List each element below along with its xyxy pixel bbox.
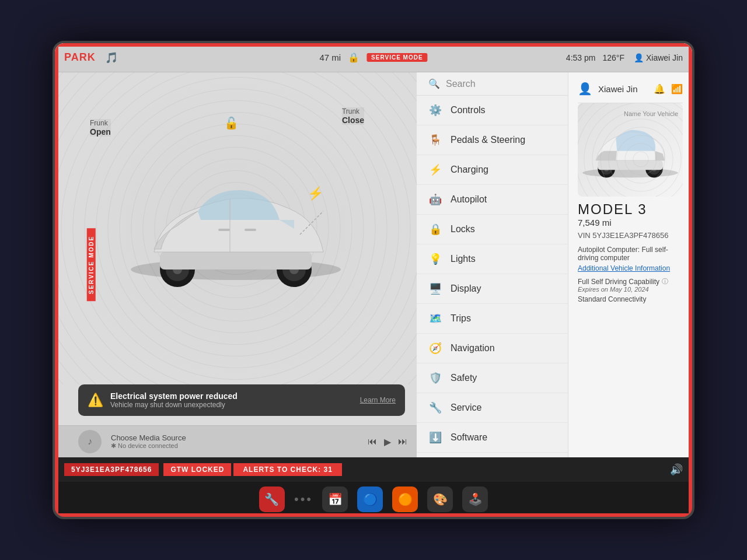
bell-icon[interactable]: 🔔: [654, 83, 665, 94]
vehicle-autopilot: Autopilot Computer: Full self-driving co…: [578, 246, 683, 262]
trunk-title: Trunk: [342, 107, 364, 116]
top-bar-center: 47 mi 🔒 SERVICE MODE: [319, 52, 427, 63]
media-info: Choose Media Source ✱ No device connecte…: [111, 433, 358, 450]
vehicle-connectivity: Standard Connectivity: [578, 295, 683, 303]
search-bar[interactable]: 🔍 Search: [417, 72, 568, 96]
controls-label: Controls: [451, 105, 486, 116]
bluetooth-icon: 🔵: [363, 492, 378, 506]
menu-column: 🔍 Search ⚙️ Controls 🪑 Pedals & Steering…: [417, 72, 568, 457]
media-play-button[interactable]: ▶: [384, 436, 391, 447]
lights-label: Lights: [451, 254, 476, 264]
svg-rect-11: [245, 229, 256, 231]
joystick-button[interactable]: 🕹️: [462, 487, 488, 512]
vehicle-details: MODEL 3 7,549 mi VIN 5YJ3E1EA3PF478656 A…: [578, 197, 683, 308]
trips-label: Trips: [451, 313, 471, 324]
tools-button[interactable]: 🔧: [259, 487, 285, 512]
right-side: 🔍 Search ⚙️ Controls 🪑 Pedals & Steering…: [417, 72, 692, 457]
vehicle-fsd: Full Self Driving Capability ⓘ: [578, 277, 683, 286]
car-lock-icon: 🔓: [224, 116, 239, 130]
joystick-icon: 🕹️: [468, 492, 483, 506]
user-icon-top: 👤: [634, 53, 644, 62]
alert-banner: ⚠️ Electrical system power reduced Vehic…: [78, 384, 405, 416]
software-icon: ⬇️: [428, 431, 442, 444]
display-label: Display: [451, 284, 481, 294]
orange-button[interactable]: 🟠: [392, 487, 418, 512]
calendar-button[interactable]: 📅: [322, 487, 348, 512]
bluetooth-button[interactable]: 🔵: [357, 487, 383, 512]
trunk-label: Trunk Close: [342, 107, 364, 125]
menu-item-charging[interactable]: ⚡ Charging: [417, 155, 568, 185]
menu-item-locks[interactable]: 🔒 Locks: [417, 215, 568, 244]
gtw-locked-badge: GTW LOCKED: [163, 463, 231, 476]
navigation-label: Navigation: [451, 343, 495, 354]
left-panel: SERVICE MODE Frunk Open Trunk Close: [55, 72, 417, 457]
safety-icon: 🛡️: [428, 372, 442, 384]
search-label[interactable]: Search: [446, 79, 476, 89]
volume-icon[interactable]: 🔊: [670, 463, 683, 476]
name-vehicle-link[interactable]: Name Your Vehicle: [624, 110, 678, 117]
alert-title: Electrical system power reduced: [110, 391, 353, 401]
colorful-button[interactable]: 🎨: [427, 487, 453, 512]
calendar-icon: 📅: [328, 492, 343, 506]
vehicle-model: MODEL 3: [578, 201, 683, 218]
alert-subtitle: Vehicle may shut down unexpectedly: [110, 401, 353, 409]
media-bar: ♪ Choose Media Source ✱ No device connec…: [55, 425, 417, 457]
tools-icon: 🔧: [264, 492, 279, 506]
alerts-check-badge[interactable]: ALERTS TO CHECK: 31: [233, 463, 341, 476]
menu-item-lights[interactable]: 💡 Lights: [417, 244, 568, 274]
pedals-label: Pedals & Steering: [451, 135, 525, 145]
menu-item-display[interactable]: 🖥️ Display: [417, 274, 568, 304]
more-dots[interactable]: •••: [294, 492, 313, 507]
colorful-icon: 🎨: [433, 492, 448, 506]
charging-label: Charging: [451, 164, 488, 175]
car-charge-icon: ⚡: [308, 186, 323, 201]
menu-item-pedals[interactable]: 🪑 Pedals & Steering: [417, 125, 568, 155]
autopilot-label: Autopilot: [451, 194, 487, 205]
fsd-info-icon[interactable]: ⓘ: [662, 277, 668, 286]
trunk-status: Close: [342, 116, 364, 125]
menu-item-service[interactable]: 🔧 Service: [417, 393, 568, 423]
media-icon-top: 🎵: [105, 51, 118, 64]
park-label: PARK: [64, 51, 96, 64]
mileage-display: 47 mi: [319, 52, 341, 62]
vehicle-mileage: 7,549 mi: [578, 218, 683, 228]
menu-item-software[interactable]: ⬇️ Software: [417, 423, 568, 453]
menu-item-autopilot[interactable]: 🤖 Autopilot: [417, 185, 568, 215]
locks-label: Locks: [451, 224, 475, 235]
fsd-expires: Expires on May 10, 2024: [578, 286, 683, 293]
user-section: 👤 Xiawei Jin 🔔 📶: [578, 82, 683, 103]
main-area: SERVICE MODE Frunk Open Trunk Close: [55, 72, 692, 457]
trips-icon: 🗺️: [428, 312, 442, 325]
menu-item-navigation[interactable]: 🧭 Navigation: [417, 334, 568, 363]
screen-bezel: PARK 🎵 47 mi 🔒 SERVICE MODE 4:53 pm 126°…: [53, 41, 694, 519]
alert-icon: ⚠️: [88, 393, 103, 408]
controls-icon: ⚙️: [428, 104, 442, 117]
car-visualization: Frunk Open Trunk Close 🔓 ⚡: [55, 72, 417, 384]
media-prev-button[interactable]: ⏮: [368, 436, 377, 447]
charging-icon: ⚡: [428, 163, 442, 176]
user-avatar-icon: 👤: [578, 82, 592, 96]
service-mode-badge: SERVICE MODE: [366, 53, 428, 62]
car-thumbnail: Name Your Vehicle: [578, 103, 683, 197]
frunk-status: Open: [90, 127, 111, 136]
lights-icon: 💡: [428, 253, 442, 265]
media-icon-el: ♪: [78, 430, 102, 453]
service-label: Service: [451, 402, 481, 413]
car-svg: [113, 153, 358, 304]
media-source[interactable]: Choose Media Source: [111, 433, 358, 442]
media-next-button[interactable]: ⏭: [398, 436, 407, 447]
pedals-icon: 🪑: [428, 134, 442, 146]
service-icon: 🔧: [428, 401, 442, 414]
additional-vehicle-info-link[interactable]: Additional Vehicle Information: [578, 264, 683, 272]
media-device: ✱ No device connected: [111, 442, 358, 450]
menu-item-safety[interactable]: 🛡️ Safety: [417, 363, 568, 393]
display-icon: 🖥️: [428, 282, 442, 295]
menu-item-controls[interactable]: ⚙️ Controls: [417, 96, 568, 125]
alert-learn-more-link[interactable]: Learn More: [360, 396, 396, 404]
menu-item-trips[interactable]: 🗺️ Trips: [417, 304, 568, 334]
vehicle-vin: VIN 5YJ3E1EA3PF478656: [578, 231, 683, 240]
top-bar-right: 4:53 pm 126°F 👤 Xiawei Jin: [566, 53, 683, 62]
screen-content: PARK 🎵 47 mi 🔒 SERVICE MODE 4:53 pm 126°…: [55, 43, 692, 517]
software-label: Software: [451, 432, 487, 443]
orange-icon: 🟠: [398, 492, 413, 506]
